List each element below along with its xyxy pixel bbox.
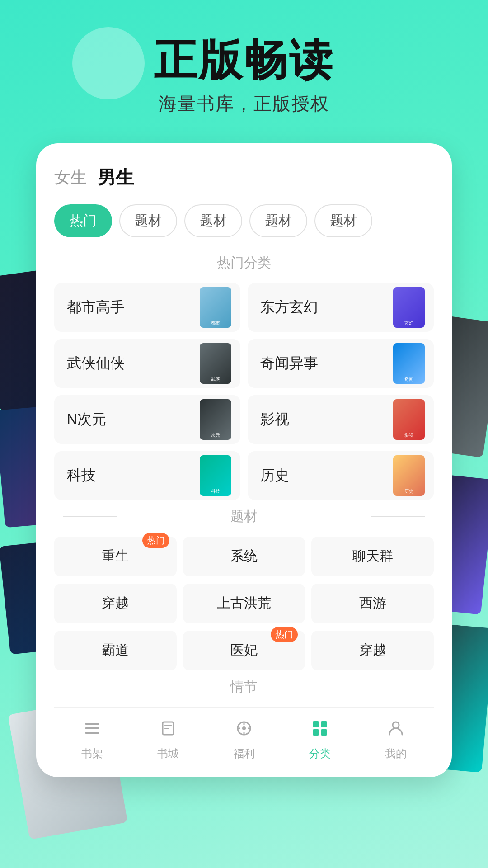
nav-label-category: 分类 <box>309 746 331 761</box>
category-item-urban[interactable]: 都市高手 都市 <box>54 283 240 332</box>
category-name: N次元 <box>67 410 106 429</box>
svg-rect-4 <box>164 725 172 726</box>
tag-transmigrate[interactable]: 穿越 <box>54 584 177 623</box>
tag-xiyou[interactable]: 西游 <box>311 584 434 623</box>
hot-badge: 热门 <box>142 533 169 548</box>
nav-profile[interactable]: 我的 <box>385 718 407 761</box>
filter-subject-3[interactable]: 题材 <box>249 204 307 237</box>
nav-bookshelf[interactable]: 书架 <box>81 718 103 761</box>
category-cover: 历史 <box>393 455 425 496</box>
category-name: 都市高手 <box>67 297 125 317</box>
filter-pills: 热门 题材 题材 题材 题材 <box>54 204 434 237</box>
category-name: 武侠仙侠 <box>67 354 125 373</box>
category-cover: 科技 <box>200 455 231 496</box>
nav-label-welfare: 福利 <box>233 746 255 761</box>
nav-label-bookstore: 书城 <box>157 746 179 761</box>
category-cover: 奇闻 <box>393 343 425 384</box>
tag-label: 系统 <box>230 547 258 566</box>
emotion-title: 情节 <box>54 678 434 696</box>
tag-label: 医妃 <box>230 641 258 660</box>
bottom-nav: 书架 书城 <box>54 707 434 768</box>
phone-card: 女生 男生 热门 题材 题材 题材 题材 热门分类 都市高手 都市 东方玄幻 玄… <box>36 143 452 777</box>
category-cover: 影视 <box>393 399 425 440</box>
tag-label: 穿越 <box>102 594 129 613</box>
tag-transmigrate2[interactable]: 穿越 <box>311 631 434 670</box>
nav-welfare[interactable]: 福利 <box>233 718 255 761</box>
filter-hot[interactable]: 热门 <box>54 204 112 237</box>
hot-categories-title: 热门分类 <box>54 254 434 272</box>
tag-label: 重生 <box>102 547 129 566</box>
svg-rect-5 <box>164 728 169 729</box>
gender-tabs: 女生 男生 <box>54 165 434 190</box>
svg-rect-1 <box>85 727 99 729</box>
svg-point-7 <box>242 726 246 730</box>
bookstore-icon <box>158 718 178 743</box>
category-cover: 武侠 <box>200 343 231 384</box>
profile-icon <box>386 718 406 743</box>
category-cover: 都市 <box>200 287 231 328</box>
header-section: 正版畅读 海量书库，正版授权 <box>0 0 488 134</box>
nav-label-bookshelf: 书架 <box>81 746 103 761</box>
svg-rect-0 <box>85 723 99 725</box>
tag-label: 西游 <box>359 594 386 613</box>
tab-female[interactable]: 女生 <box>54 166 87 189</box>
tag-label: 穿越 <box>359 641 386 660</box>
svg-rect-12 <box>313 721 319 727</box>
category-item-history[interactable]: 历史 历史 <box>248 451 434 500</box>
category-icon <box>310 718 330 743</box>
category-name: 影视 <box>260 410 289 429</box>
category-item-strange[interactable]: 奇闻异事 奇闻 <box>248 339 434 388</box>
nav-category[interactable]: 分类 <box>309 718 331 761</box>
tag-label: 聊天群 <box>352 547 393 566</box>
category-item-wuxia[interactable]: 武侠仙侠 武侠 <box>54 339 240 388</box>
welfare-icon <box>234 718 254 743</box>
category-item-ndimension[interactable]: N次元 次元 <box>54 395 240 444</box>
svg-point-16 <box>393 722 399 728</box>
tag-ancient[interactable]: 上古洪荒 <box>183 584 305 623</box>
tab-male[interactable]: 男生 <box>98 165 134 190</box>
category-grid: 都市高手 都市 东方玄幻 玄幻 武侠仙侠 武侠 奇闻异事 奇闻 N次元 <box>54 283 434 500</box>
category-item-eastern[interactable]: 东方玄幻 玄幻 <box>248 283 434 332</box>
tag-grid-row2: 穿越 上古洪荒 西游 <box>54 584 434 623</box>
category-item-film[interactable]: 影视 影视 <box>248 395 434 444</box>
svg-rect-15 <box>321 729 327 736</box>
tag-grid-row1: 重生 热门 系统 聊天群 <box>54 537 434 576</box>
tag-grid-row3: 霸道 医妃 热门 穿越 <box>54 631 434 670</box>
header-subtitle: 海量书库，正版授权 <box>18 91 470 116</box>
filter-subject-1[interactable]: 题材 <box>119 204 177 237</box>
category-cover: 次元 <box>200 399 231 440</box>
svg-rect-14 <box>313 729 319 736</box>
category-name: 东方玄幻 <box>260 297 318 317</box>
category-cover: 玄幻 <box>393 287 425 328</box>
svg-rect-13 <box>321 721 327 727</box>
category-name: 科技 <box>67 466 96 486</box>
hot-badge: 热门 <box>271 627 298 642</box>
tag-label: 霸道 <box>102 641 129 660</box>
category-name: 奇闻异事 <box>260 354 318 373</box>
category-name: 历史 <box>260 466 289 486</box>
filter-subject-4[interactable]: 题材 <box>314 204 372 237</box>
tag-chatgroup[interactable]: 聊天群 <box>311 537 434 576</box>
tag-domineering[interactable]: 霸道 <box>54 631 177 670</box>
svg-rect-2 <box>85 732 99 734</box>
nav-bookstore[interactable]: 书城 <box>157 718 179 761</box>
tag-medic[interactable]: 医妃 热门 <box>183 631 305 670</box>
tag-system[interactable]: 系统 <box>183 537 305 576</box>
tag-label: 上古洪荒 <box>217 594 271 613</box>
tag-rebirth[interactable]: 重生 热门 <box>54 537 177 576</box>
category-item-tech[interactable]: 科技 科技 <box>54 451 240 500</box>
header-circle-decoration <box>72 27 145 99</box>
subject-title: 题材 <box>54 507 434 526</box>
nav-label-profile: 我的 <box>385 746 407 761</box>
bookshelf-icon <box>82 718 102 743</box>
filter-subject-2[interactable]: 题材 <box>184 204 242 237</box>
